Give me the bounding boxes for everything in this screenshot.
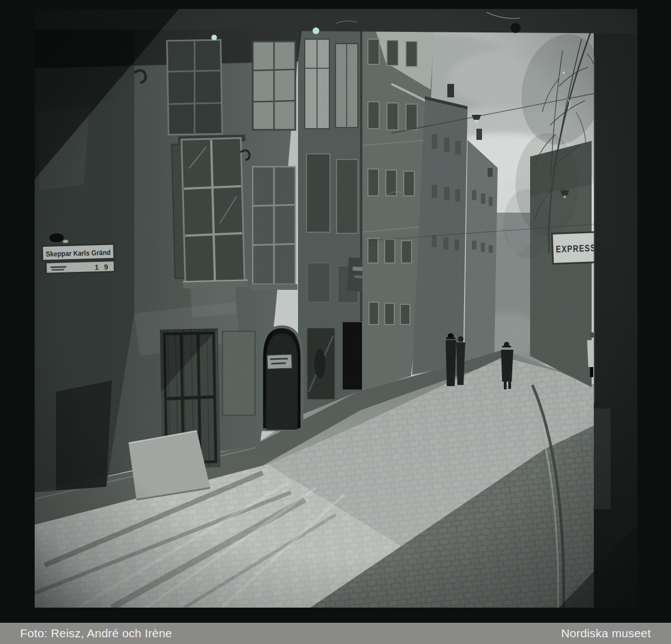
caption-museum: Nordiska museet	[561, 627, 651, 640]
photo-content: Skeppar Karls Gränd 1 9	[16, 9, 637, 620]
caption-photographer: Foto: Reisz, André och Irène	[20, 627, 172, 640]
scanned-photo-page: Skeppar Karls Gränd 1 9	[0, 0, 671, 644]
caption-bar: Foto: Reisz, André och Irène Nordiska mu…	[0, 623, 671, 644]
vignette	[35, 9, 637, 608]
photograph: Skeppar Karls Gränd 1 9	[0, 0, 671, 644]
